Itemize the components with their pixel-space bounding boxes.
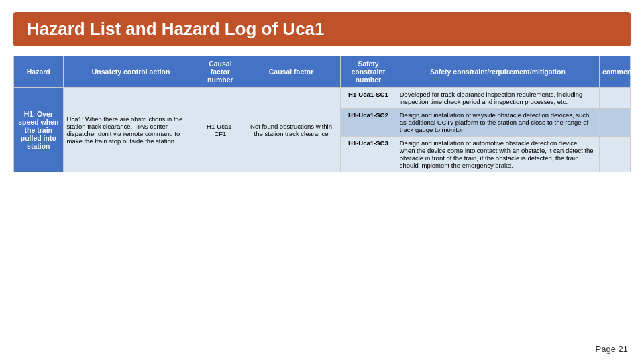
sc-num-3: H1-Uca1-SC3	[341, 137, 396, 172]
comment-2	[600, 109, 631, 137]
sc-text-1: Developed for track clearance inspection…	[396, 88, 599, 109]
sc-num-1: H1-Uca1-SC1	[341, 88, 396, 109]
comment-1	[600, 88, 631, 109]
col-header-safety-req: Safety constraint/requirement/mitigation	[396, 56, 599, 88]
col-header-unsafety: Unsafety control action	[63, 56, 199, 88]
page-number: Page 21	[596, 344, 628, 354]
page-title: Hazard List and Hazard Log of Uca1	[13, 12, 631, 46]
hazard-table: Hazard Unsafety control action Causal fa…	[13, 56, 631, 172]
comment-3	[600, 137, 631, 172]
table-row: H1. Over speed when the train pulled int…	[14, 88, 631, 109]
sc-text-2: Design and installation of wayside obsta…	[396, 109, 599, 137]
col-header-causal-num: Causal factor number	[199, 56, 241, 88]
causal-factor-cell: Not found obstructions within the statio…	[242, 88, 341, 172]
sc-num-2: H1-Uca1-SC2	[341, 109, 396, 137]
page: Hazard List and Hazard Log of Uca1 Hazar…	[0, 0, 644, 362]
col-header-safety-num: Safety constraint number	[341, 56, 396, 88]
hazard-cell: H1. Over speed when the train pulled int…	[14, 88, 64, 172]
col-header-comment: comment	[600, 56, 631, 88]
col-header-causal-factor: Causal factor	[242, 56, 341, 88]
unsafety-cell: Uca1: When there are obstructions in the…	[63, 88, 199, 172]
sc-text-3: Design and installation of automotive ob…	[396, 137, 599, 172]
col-header-hazard: Hazard	[14, 56, 64, 88]
causal-num-cell: H1-Uca1-CF1	[199, 88, 241, 172]
